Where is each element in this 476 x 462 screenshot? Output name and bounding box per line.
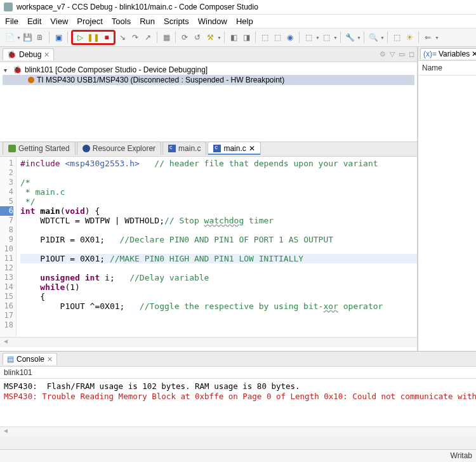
getting-started-icon [8, 145, 16, 152]
new-icon[interactable]: 📄 [4, 32, 15, 43]
tool7-icon[interactable]: ⬚ [321, 32, 332, 43]
left-pane: 🐞 Debug ✕ ⚙ ▽ ▭ ◻ ▾ 🐞 blink101 [Code Com… [0, 47, 418, 351]
expander-icon[interactable]: ▾ [4, 67, 10, 74]
save-icon[interactable]: 💾 [22, 32, 33, 43]
menu-file[interactable]: File [5, 16, 18, 26]
console-tabbar: ▤ Console ✕ [0, 352, 476, 367]
debug-view-tabbar: 🐞 Debug ✕ ⚙ ▽ ▭ ◻ [0, 47, 417, 62]
tab-label: Resource Explorer [93, 144, 155, 153]
menu-run[interactable]: Run [140, 16, 155, 26]
breakpoint-icon [28, 77, 34, 83]
code-area[interactable]: #include <msp430g2553.h> // header file … [17, 157, 417, 337]
menu-bar: File Edit View Project Tools Run Scripts… [0, 15, 476, 28]
code-editor[interactable]: 123456789101112131415161718 #include <ms… [0, 157, 417, 337]
menu-help[interactable]: Help [236, 16, 253, 26]
minimize-icon[interactable]: ▭ [399, 50, 405, 58]
tab-main-c-2[interactable]: main.c ✕ [208, 142, 260, 155]
debug-tree[interactable]: ▾ 🐞 blink101 [Code Composer Studio - Dev… [0, 62, 417, 142]
view-menu-icon[interactable]: ▽ [390, 50, 395, 58]
tab-label: main.c [223, 144, 246, 153]
menu-window[interactable]: Window [198, 16, 227, 26]
menu-project[interactable]: Project [77, 16, 102, 26]
console-output[interactable]: MSP430: Flash/FRAM usage is 102 bytes. R… [0, 379, 476, 426]
close-icon[interactable]: ✕ [472, 50, 476, 58]
debug-tree-root[interactable]: ▾ 🐞 blink101 [Code Composer Studio - Dev… [3, 65, 414, 75]
console-tab-label: Console [17, 355, 44, 364]
close-icon[interactable]: ✕ [47, 355, 53, 364]
tool5-icon[interactable]: ◉ [284, 32, 296, 43]
tab-resource-explorer[interactable]: Resource Explorer [77, 142, 161, 155]
hammer-icon[interactable]: 🔧 [344, 32, 355, 43]
status-bar: Writab [0, 449, 476, 462]
bug-icon: 🐞 [13, 65, 22, 74]
bulb-icon[interactable]: ☀ [404, 32, 415, 43]
window-title: workspace_v7 - CCS Debug - blink101/main… [17, 3, 258, 11]
variable-icon: (x)= [423, 50, 437, 58]
tool4-icon[interactable]: ⬚ [272, 32, 283, 43]
connect-target-icon[interactable]: ▣ [53, 32, 64, 43]
editor-hscrollbar[interactable] [0, 337, 417, 347]
menu-scripts[interactable]: Scripts [164, 16, 189, 26]
app-icon [4, 3, 13, 11]
menu-edit[interactable]: Edit [27, 16, 41, 26]
compass-icon [83, 145, 90, 152]
main-toolbar: 📄▼ 💾 🗎 ▣ ▷ ❚❚ ■ ↘ ↷ ↗ ▦ ⟳ ↺ ⚒▼ ◧ ◨ ⬚ ⬚ ◉… [0, 28, 476, 47]
refresh-icon[interactable]: ↺ [192, 32, 203, 43]
menu-tools[interactable]: Tools [112, 16, 131, 26]
tool-a-icon[interactable]: ⬚ [391, 32, 402, 43]
save-all-icon[interactable]: 🗎 [34, 32, 46, 43]
search-icon[interactable]: 🔍 [367, 32, 379, 43]
variables-tab[interactable]: (x)= Variables ✕ [420, 48, 476, 59]
status-writable: Writab [451, 451, 472, 461]
debug-tree-thread[interactable]: TI MSP430 USB1/MSP430 (Disconnected : Su… [3, 75, 414, 85]
debug-tab[interactable]: 🐞 Debug ✕ [3, 48, 54, 60]
maximize-icon[interactable]: ◻ [409, 50, 414, 58]
tool1-icon[interactable]: ◧ [228, 32, 239, 43]
tab-label: main.c [178, 144, 201, 153]
pause-icon[interactable]: ❚❚ [88, 32, 99, 43]
grid-icon[interactable]: ▦ [161, 32, 172, 43]
bug-icon: 🐞 [7, 50, 17, 59]
tool3-icon[interactable]: ⬚ [259, 32, 270, 43]
build-icon[interactable]: ⚒ [204, 32, 216, 43]
close-icon[interactable]: ✕ [249, 144, 255, 153]
tool2-icon[interactable]: ◨ [241, 32, 252, 43]
nav-back-icon[interactable]: ⇐ [422, 32, 433, 43]
variables-pane: (x)= Variables ✕ ✎ Ex Name [418, 47, 476, 351]
resume-icon[interactable]: ▷ [74, 32, 86, 43]
variables-col-name[interactable]: Name [418, 61, 476, 76]
c-file-icon [213, 145, 221, 152]
window-title-bar: workspace_v7 - CCS Debug - blink101/main… [0, 0, 476, 15]
c-file-icon [168, 145, 176, 152]
tree-thread-label: TI MSP430 USB1/MSP430 (Disconnected : Su… [37, 76, 284, 84]
menu-view[interactable]: View [50, 16, 68, 26]
line-number-gutter: 123456789101112131415161718 [0, 157, 17, 337]
tab-label: Getting Started [18, 144, 70, 153]
console-tab[interactable]: ▤ Console ✕ [3, 353, 57, 365]
editor-tabbar: Getting Started Resource Explorer main.c… [0, 142, 417, 157]
terminate-icon[interactable]: ■ [101, 32, 112, 43]
tool6-icon[interactable]: ⬚ [303, 32, 314, 43]
console-hscrollbar[interactable] [0, 426, 476, 437]
step-over-icon[interactable]: ↷ [129, 32, 141, 43]
step-return-icon[interactable]: ↗ [142, 32, 154, 43]
debug-controls-highlight: ▷ ❚❚ ■ [71, 30, 116, 45]
console-icon: ▤ [7, 355, 14, 364]
variables-tabbar: (x)= Variables ✕ ✎ Ex [418, 47, 476, 61]
console-view: ▤ Console ✕ blink101 MSP430: Flash/FRAM … [0, 351, 476, 437]
restart-icon[interactable]: ⟳ [179, 32, 190, 43]
tab-getting-started[interactable]: Getting Started [3, 142, 76, 155]
close-icon[interactable]: ✕ [44, 51, 50, 59]
tab-main-c-1[interactable]: main.c [162, 142, 206, 155]
tab-label: Variables [439, 50, 470, 58]
console-target: blink101 [0, 367, 476, 379]
gear-icon[interactable]: ⚙ [380, 50, 386, 58]
workspace: 🐞 Debug ✕ ⚙ ▽ ▭ ◻ ▾ 🐞 blink101 [Code Com… [0, 47, 476, 351]
debug-tab-label: Debug [19, 50, 41, 59]
step-into-icon[interactable]: ↘ [117, 32, 128, 43]
tree-root-label: blink101 [Code Composer Studio - Device … [25, 65, 208, 74]
